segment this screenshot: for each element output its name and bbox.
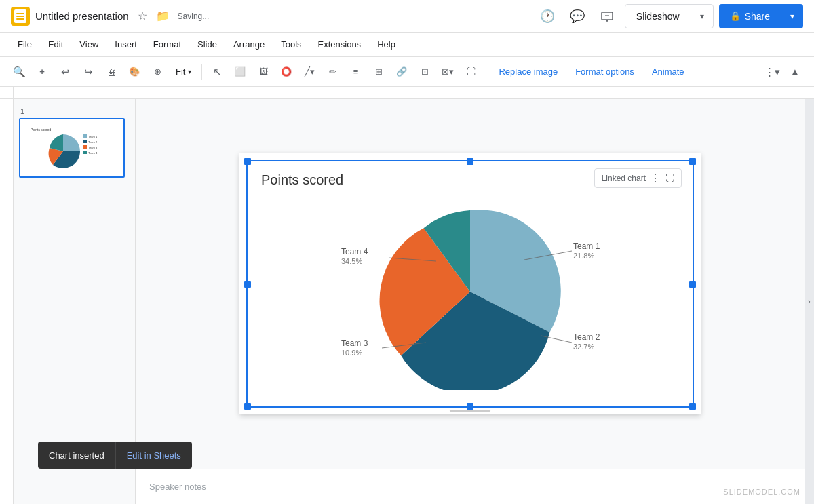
svg-text:Team 4: Team 4 <box>88 151 98 155</box>
toast-action-btn[interactable]: Edit in Sheets <box>115 442 192 469</box>
more-options-icon[interactable]: ⋮▾ <box>761 61 783 83</box>
text-align-icon[interactable]: ≡ <box>345 61 366 83</box>
slide-1-thumb[interactable]: 1 Points scored <box>19 107 130 178</box>
linked-badge-label: Linked chart <box>602 174 646 183</box>
select-tool-icon[interactable]: ↖ <box>206 61 228 83</box>
handle-mr[interactable] <box>689 281 696 288</box>
svg-text:Team 3: Team 3 <box>88 146 98 149</box>
svg-text:Team 1: Team 1 <box>573 241 600 251</box>
slide-canvas[interactable]: Linked chart ⋮ ⛶ Points scored <box>239 153 701 414</box>
redo-icon[interactable]: ↪ <box>77 61 99 83</box>
svg-rect-2 <box>0 99 14 438</box>
svg-rect-8 <box>83 145 87 149</box>
slideshow-main[interactable]: Slideshow <box>625 5 691 28</box>
collapse-toolbar-icon[interactable]: ▲ <box>784 61 806 83</box>
link-icon[interactable]: 🔗 <box>391 61 412 83</box>
chart-container[interactable]: Linked chart ⋮ ⛶ Points scored <box>246 160 694 408</box>
replace-image-button[interactable]: Replace image <box>490 62 566 82</box>
slide-preview-1[interactable]: Points scored <box>19 118 125 178</box>
toolbar: 🔍 + ↩ ↪ 🖨 🎨 ⊕ Fit ▾ ↖ ⬜ 🖼 ⭕ ╱▾ ✏ ≡ ⊞ 🔗 ⊡… <box>0 57 814 87</box>
linked-badge-expand-icon[interactable]: ⛶ <box>665 173 674 183</box>
ruler-horizontal: // ticks rendered inline via template <box>14 87 814 98</box>
svg-rect-1 <box>14 87 814 98</box>
menu-help[interactable]: Help <box>370 35 402 54</box>
notes-placeholder[interactable]: Speaker notes <box>149 482 206 492</box>
title-bar: Untitled presentation ☆ 📁 Saving... 🕐 💬 … <box>0 0 814 33</box>
toast-notification: Chart inserted Edit in Sheets <box>38 442 192 469</box>
share-label: Share <box>745 11 770 22</box>
handle-tm[interactable] <box>467 158 473 165</box>
sidebar-collapse-icon: › <box>808 298 810 305</box>
handle-ml[interactable] <box>244 281 251 288</box>
sidebar-collapse-btn[interactable]: › <box>805 99 814 504</box>
shapes-icon[interactable]: ⬜ <box>229 61 251 83</box>
folder-icon[interactable]: 📁 <box>155 8 171 24</box>
svg-rect-6 <box>83 140 87 143</box>
image-icon[interactable]: 🖼 <box>252 61 274 83</box>
handle-tl[interactable] <box>244 158 251 165</box>
menu-edit[interactable]: Edit <box>41 35 70 54</box>
header-right: 🕐 💬 Slideshow ▾ 🔒 Share ▾ <box>535 4 803 28</box>
present-options-icon[interactable] <box>595 4 619 28</box>
linked-chart-badge[interactable]: Linked chart ⋮ ⛶ <box>594 168 682 188</box>
toast-message: Chart inserted <box>38 450 115 461</box>
menu-view[interactable]: View <box>73 35 105 54</box>
zoom-select[interactable]: Fit ▾ <box>170 62 197 81</box>
svg-text:10.9%: 10.9% <box>341 349 362 357</box>
svg-text:Team 2: Team 2 <box>88 140 98 144</box>
screenshot-icon[interactable]: ⛶ <box>460 61 482 83</box>
notes-bar[interactable]: Speaker notes <box>136 469 805 504</box>
paint-format-icon[interactable]: 🎨 <box>123 61 145 83</box>
zoom-percent-icon[interactable]: ⊕ <box>147 61 168 83</box>
slideshow-button[interactable]: Slideshow ▾ <box>625 4 714 28</box>
svg-text:21.8%: 21.8% <box>573 252 594 260</box>
undo-icon[interactable]: ↩ <box>54 61 76 83</box>
linked-badge-more-icon[interactable]: ⋮ <box>650 172 661 185</box>
ruler-v-svg <box>0 99 14 438</box>
columns-icon[interactable]: ⊞ <box>368 61 389 83</box>
lasso-icon[interactable]: ⭕ <box>275 61 297 83</box>
share-button[interactable]: 🔒 Share ▾ <box>719 4 803 28</box>
format-options-button[interactable]: Format options <box>567 62 642 82</box>
svg-text:34.5%: 34.5% <box>341 257 362 265</box>
slideshow-dropdown-icon[interactable]: ▾ <box>691 5 713 28</box>
animate-button[interactable]: Animate <box>644 62 693 82</box>
history-icon[interactable]: 🕐 <box>535 4 560 28</box>
pen-icon[interactable]: ✏ <box>322 61 343 83</box>
print-icon[interactable]: 🖨 <box>100 61 122 83</box>
menu-tools[interactable]: Tools <box>274 35 308 54</box>
share-dropdown-icon[interactable]: ▾ <box>781 4 803 28</box>
drag-handle <box>450 410 490 412</box>
menu-arrange[interactable]: Arrange <box>227 35 271 54</box>
toolbar-right-icons: ⋮▾ ▲ <box>761 61 806 83</box>
star-icon[interactable]: ☆ <box>134 8 151 24</box>
canvas-wrap: Linked chart ⋮ ⛶ Points scored <box>136 99 805 469</box>
menu-extensions[interactable]: Extensions <box>311 35 368 54</box>
svg-text:Team 1: Team 1 <box>88 135 98 138</box>
share-main[interactable]: 🔒 Share <box>719 4 781 28</box>
accessibility-icon[interactable]: ⊠▾ <box>437 61 459 83</box>
menu-file[interactable]: File <box>11 35 39 54</box>
handle-br[interactable] <box>689 403 696 410</box>
ruler-h-svg: // ticks rendered inline via template <box>14 87 814 98</box>
handle-tr[interactable] <box>689 158 696 165</box>
zoom-value: Fit <box>176 66 185 77</box>
zoom-in-btn[interactable]: + <box>31 61 53 83</box>
svg-text:Team 2: Team 2 <box>573 332 600 342</box>
presentation-title[interactable]: Untitled presentation <box>35 10 129 22</box>
handle-bl[interactable] <box>244 403 251 410</box>
menu-insert[interactable]: Insert <box>108 35 144 54</box>
svg-text:Team 3: Team 3 <box>341 338 368 348</box>
saving-status: Saving... <box>178 12 210 21</box>
line-tool-icon[interactable]: ╱▾ <box>298 61 320 83</box>
pie-chart-svg: Team 1 21.8% Team 2 32.7% <box>301 193 640 390</box>
menu-slide[interactable]: Slide <box>191 35 224 54</box>
menu-format[interactable]: Format <box>147 35 188 54</box>
handle-bm[interactable] <box>467 403 473 410</box>
slide-number-1: 1 <box>19 107 130 115</box>
notes-text: peaker notes <box>155 482 206 492</box>
zoom-out-icon[interactable]: 🔍 <box>8 61 30 83</box>
separator-2 <box>486 64 486 80</box>
embed-icon[interactable]: ⊡ <box>414 61 435 83</box>
comments-icon[interactable]: 💬 <box>565 4 589 28</box>
